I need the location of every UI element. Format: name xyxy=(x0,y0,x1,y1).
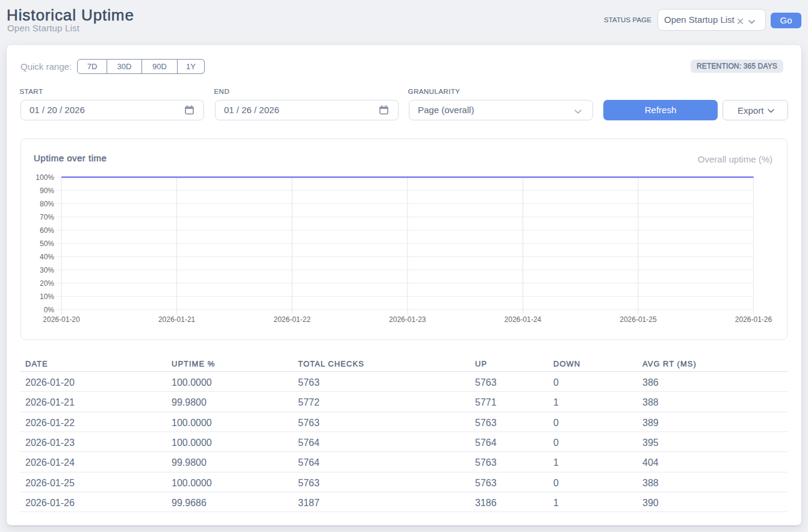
svg-text:100%: 100% xyxy=(36,173,54,182)
svg-text:90%: 90% xyxy=(40,187,54,195)
svg-text:2026-01-22: 2026-01-22 xyxy=(274,315,311,324)
svg-text:70%: 70% xyxy=(40,213,54,221)
svg-text:40%: 40% xyxy=(40,253,54,261)
svg-text:2026-01-26: 2026-01-26 xyxy=(735,315,772,324)
svg-text:30%: 30% xyxy=(40,266,54,274)
svg-text:2026-01-20: 2026-01-20 xyxy=(43,315,80,324)
svg-text:2026-01-24: 2026-01-24 xyxy=(505,315,542,324)
svg-text:50%: 50% xyxy=(40,240,54,248)
svg-text:2026-01-21: 2026-01-21 xyxy=(158,315,196,324)
svg-text:60%: 60% xyxy=(40,226,54,235)
svg-text:2026-01-25: 2026-01-25 xyxy=(620,315,657,324)
svg-text:80%: 80% xyxy=(40,200,54,208)
svg-text:0%: 0% xyxy=(44,306,55,314)
svg-text:20%: 20% xyxy=(40,279,54,288)
svg-text:10%: 10% xyxy=(40,292,54,301)
svg-text:2026-01-23: 2026-01-23 xyxy=(389,315,426,324)
